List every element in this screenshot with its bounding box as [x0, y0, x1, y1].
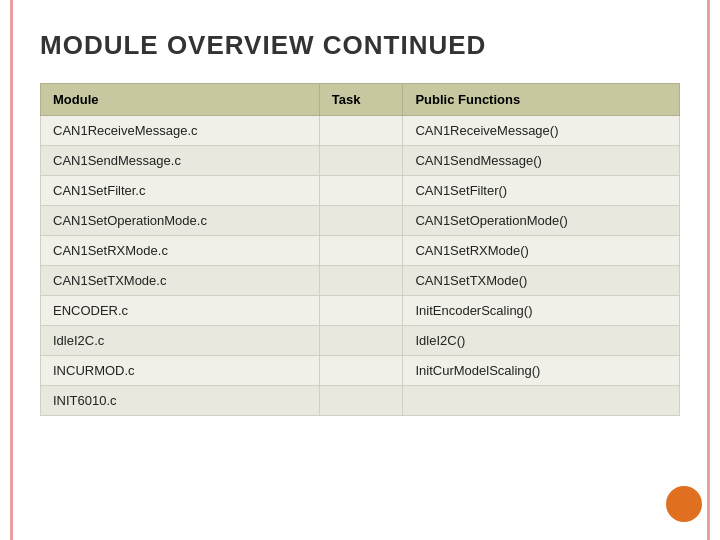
- cell-public-functions: InitEncoderScaling(): [403, 296, 680, 326]
- cell-public-functions: IdleI2C(): [403, 326, 680, 356]
- border-right: [707, 0, 710, 540]
- cell-module: IdleI2C.c: [41, 326, 320, 356]
- page-container: MODULE OVERVIEW CONTINUED Module Task Pu…: [0, 0, 720, 540]
- header-module: Module: [41, 84, 320, 116]
- cell-module: CAN1SetFilter.c: [41, 176, 320, 206]
- cell-task: [319, 386, 403, 416]
- cell-module: ENCODER.c: [41, 296, 320, 326]
- cell-module: INIT6010.c: [41, 386, 320, 416]
- table-row: CAN1SetRXMode.cCAN1SetRXMode(): [41, 236, 680, 266]
- page-title: MODULE OVERVIEW CONTINUED: [40, 30, 680, 61]
- cell-task: [319, 326, 403, 356]
- table-header-row: Module Task Public Functions: [41, 84, 680, 116]
- table-row: ENCODER.cInitEncoderScaling(): [41, 296, 680, 326]
- cell-task: [319, 146, 403, 176]
- table-row: CAN1SetTXMode.cCAN1SetTXMode(): [41, 266, 680, 296]
- cell-public-functions: CAN1SetRXMode(): [403, 236, 680, 266]
- table-row: CAN1SetOperationMode.cCAN1SetOperationMo…: [41, 206, 680, 236]
- cell-public-functions: CAN1SendMessage(): [403, 146, 680, 176]
- cell-task: [319, 236, 403, 266]
- table-row: CAN1SendMessage.cCAN1SendMessage(): [41, 146, 680, 176]
- cell-task: [319, 206, 403, 236]
- cell-task: [319, 296, 403, 326]
- orange-circle-decoration: [666, 486, 702, 522]
- cell-public-functions: CAN1SetOperationMode(): [403, 206, 680, 236]
- border-left: [10, 0, 13, 540]
- cell-module: CAN1SetOperationMode.c: [41, 206, 320, 236]
- cell-task: [319, 266, 403, 296]
- cell-public-functions: CAN1SetFilter(): [403, 176, 680, 206]
- cell-public-functions: CAN1ReceiveMessage(): [403, 116, 680, 146]
- table-row: INCURMOD.cInitCurModelScaling(): [41, 356, 680, 386]
- cell-public-functions: [403, 386, 680, 416]
- header-task: Task: [319, 84, 403, 116]
- cell-module: INCURMOD.c: [41, 356, 320, 386]
- table-row: IdleI2C.cIdleI2C(): [41, 326, 680, 356]
- cell-task: [319, 356, 403, 386]
- cell-module: CAN1SendMessage.c: [41, 146, 320, 176]
- cell-module: CAN1ReceiveMessage.c: [41, 116, 320, 146]
- table-row: CAN1SetFilter.cCAN1SetFilter(): [41, 176, 680, 206]
- header-public-functions: Public Functions: [403, 84, 680, 116]
- table-row: INIT6010.c: [41, 386, 680, 416]
- cell-task: [319, 116, 403, 146]
- cell-public-functions: InitCurModelScaling(): [403, 356, 680, 386]
- cell-module: CAN1SetRXMode.c: [41, 236, 320, 266]
- cell-module: CAN1SetTXMode.c: [41, 266, 320, 296]
- cell-public-functions: CAN1SetTXMode(): [403, 266, 680, 296]
- table-row: CAN1ReceiveMessage.cCAN1ReceiveMessage(): [41, 116, 680, 146]
- overview-table: Module Task Public Functions CAN1Receive…: [40, 83, 680, 416]
- cell-task: [319, 176, 403, 206]
